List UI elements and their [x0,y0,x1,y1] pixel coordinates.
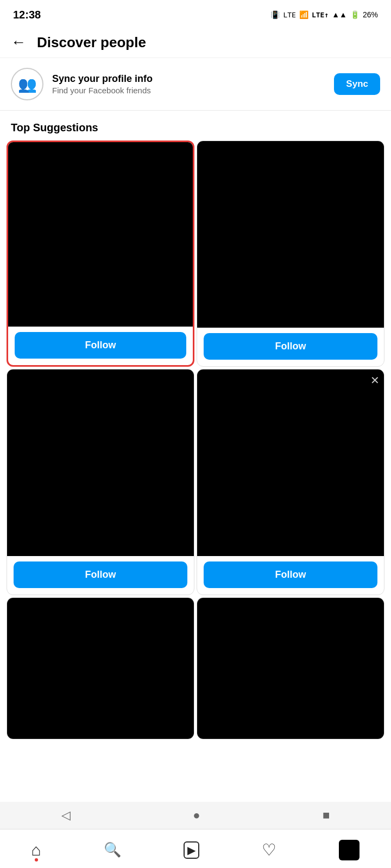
follow-button-2[interactable]: Follow [204,333,377,360]
page-header: ← Discover people [0,27,391,58]
suggestion-card-1: Follow [7,141,194,367]
close-icon-4[interactable]: ✕ [370,374,380,387]
system-home-button[interactable]: ● [193,808,200,822]
card-image-6 [197,598,384,739]
sync-button[interactable]: Sync [334,73,380,95]
follow-button-4[interactable]: Follow [204,561,377,588]
sync-subtitle: Find your Facebook friends [52,86,325,95]
heart-icon: ♡ [262,840,276,859]
suggestions-grid: Follow Follow Follow ✕ Follow [0,141,391,739]
vibrate-icon: 📳 [270,10,280,19]
sync-banner: 👥 Sync your profile info Find your Faceb… [0,58,391,111]
search-icon: 🔍 [104,841,121,858]
signal-icon: ▲▲ [332,10,347,19]
page-title: Discover people [37,34,146,51]
card-image-3 [7,369,194,556]
bottom-nav: ⌂ 🔍 ▶ ♡ [0,829,391,868]
nav-profile[interactable] [339,840,360,860]
status-time: 12:38 [13,9,41,21]
home-icon: ⌂ [31,841,41,859]
sync-text-block: Sync your profile info Find your Faceboo… [52,73,325,95]
system-recents-button[interactable]: ■ [323,808,330,822]
nav-home[interactable]: ⌂ [31,841,41,859]
follow-button-3[interactable]: Follow [14,561,187,588]
lte-icon: LTE↑ [312,11,329,19]
sync-title: Sync your profile info [52,73,325,85]
card-image-4 [197,369,384,556]
back-button[interactable]: ← [11,34,26,51]
nav-search[interactable]: 🔍 [104,841,121,858]
reels-icon: ▶ [184,841,199,859]
suggestion-card-5 [7,597,194,739]
profile-avatar [339,840,360,860]
status-icons: 📳 LTE 📶 LTE↑ ▲▲ 🔋 26% [270,10,378,19]
suggestion-card-2: Follow [197,141,384,367]
suggestion-card-3: Follow [7,369,194,595]
call-icon: LTE [283,11,295,19]
sync-avatar-icon: 👥 [11,68,43,100]
battery-percent: 26% [363,10,378,19]
system-back-button[interactable]: ◁ [61,808,71,822]
suggestion-card-6 [197,597,384,739]
card-image-1 [8,142,193,327]
people-icon: 👥 [18,75,37,93]
section-title: Top Suggestions [0,111,391,141]
home-dot [35,858,38,861]
nav-reels[interactable]: ▶ [184,841,199,859]
follow-button-1[interactable]: Follow [15,332,186,359]
system-nav-bar: ◁ ● ■ [0,802,391,829]
wifi-icon: 📶 [299,10,308,19]
card-image-2 [197,141,384,328]
battery-icon: 🔋 [350,10,360,19]
suggestion-card-4: ✕ Follow [197,369,384,595]
status-bar: 12:38 📳 LTE 📶 LTE↑ ▲▲ 🔋 26% [0,0,391,27]
nav-activity[interactable]: ♡ [262,840,276,859]
card-image-5 [7,598,194,739]
